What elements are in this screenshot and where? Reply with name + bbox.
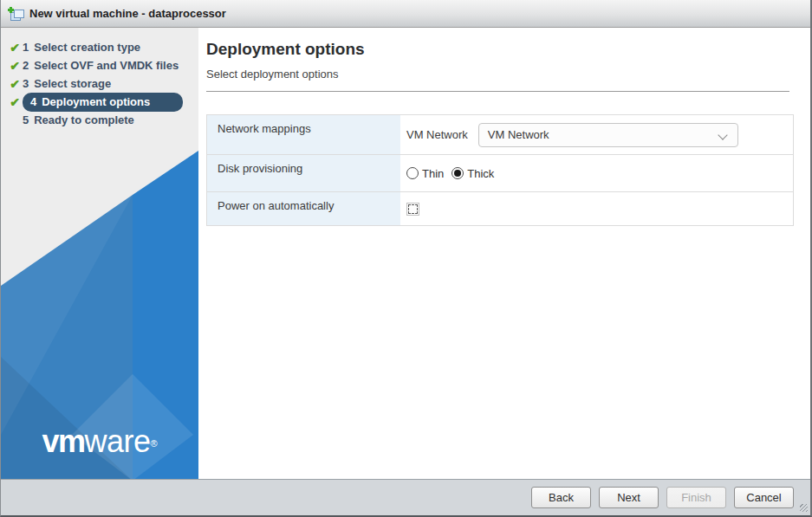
vm-network-field-label: VM Network <box>406 128 468 141</box>
content-divider <box>206 91 789 92</box>
step-label: 5Ready to complete <box>23 113 134 126</box>
step-label: 4Deployment options <box>23 93 183 112</box>
back-button[interactable]: Back <box>531 487 591 508</box>
step-5-ready-to-complete[interactable]: 5Ready to complete <box>1 111 198 129</box>
vmware-logo: vmware® <box>1 423 198 460</box>
thin-radio[interactable] <box>406 167 419 179</box>
wizard-steps-sidebar: ✔ 1Select creation type ✔ 2Select OVF an… <box>1 28 198 481</box>
step-label: 1Select creation type <box>23 41 140 54</box>
page-subtitle: Select deployment options <box>206 68 789 81</box>
thick-radio-label[interactable]: Thick <box>467 167 494 180</box>
step-1-select-creation-type[interactable]: ✔ 1Select creation type <box>1 38 198 56</box>
thin-radio-label[interactable]: Thin <box>422 167 444 180</box>
deployment-options-form: Network mappings VM Network VM Network D… <box>206 114 794 226</box>
resize-grip[interactable] <box>800 504 808 512</box>
network-dropdown-value: VM Network <box>488 128 549 141</box>
cancel-button[interactable]: Cancel <box>734 487 794 508</box>
network-dropdown[interactable]: VM Network <box>478 123 738 147</box>
title-bar: New virtual machine - dataprocessor <box>1 0 810 28</box>
step-label: 2Select OVF and VMDK files <box>23 59 179 72</box>
check-icon: ✔ <box>7 41 23 55</box>
step-3-select-storage[interactable]: ✔ 3Select storage <box>1 74 198 93</box>
power-on-automatically-label: Power on automatically <box>207 192 400 225</box>
disk-provisioning-label: Disk provisioning <box>207 155 400 191</box>
network-mappings-row: Network mappings VM Network VM Network <box>207 115 793 155</box>
steps-list: ✔ 1Select creation type ✔ 2Select OVF an… <box>1 28 198 129</box>
wizard-footer: Back Next Finish Cancel <box>1 479 810 515</box>
step-4-deployment-options-active[interactable]: ✔ 4Deployment options <box>1 93 198 111</box>
step-2-select-ovf-vmdk-files[interactable]: ✔ 2Select OVF and VMDK files <box>1 56 198 74</box>
power-on-checkbox[interactable] <box>406 203 419 216</box>
chevron-down-icon <box>718 130 727 139</box>
disk-provisioning-row: Disk provisioning Thin Thick <box>207 155 793 192</box>
finish-button-disabled: Finish <box>666 487 726 508</box>
network-mappings-label: Network mappings <box>207 115 400 154</box>
page-title: Deployment options <box>206 40 789 59</box>
check-icon: ✔ <box>7 59 23 73</box>
new-vm-icon <box>8 7 23 21</box>
wizard-content-panel: Deployment options Select deployment opt… <box>198 28 810 481</box>
check-icon: ✔ <box>7 95 23 109</box>
power-on-automatically-row: Power on automatically <box>207 192 793 225</box>
next-button[interactable]: Next <box>599 487 659 508</box>
window-title: New virtual machine - dataprocessor <box>29 7 226 20</box>
check-icon: ✔ <box>7 77 23 91</box>
thick-radio[interactable] <box>451 167 464 179</box>
new-vm-wizard-window: New virtual machine - dataprocessor ✔ 1S… <box>0 0 812 517</box>
step-label: 3Select storage <box>23 77 111 90</box>
